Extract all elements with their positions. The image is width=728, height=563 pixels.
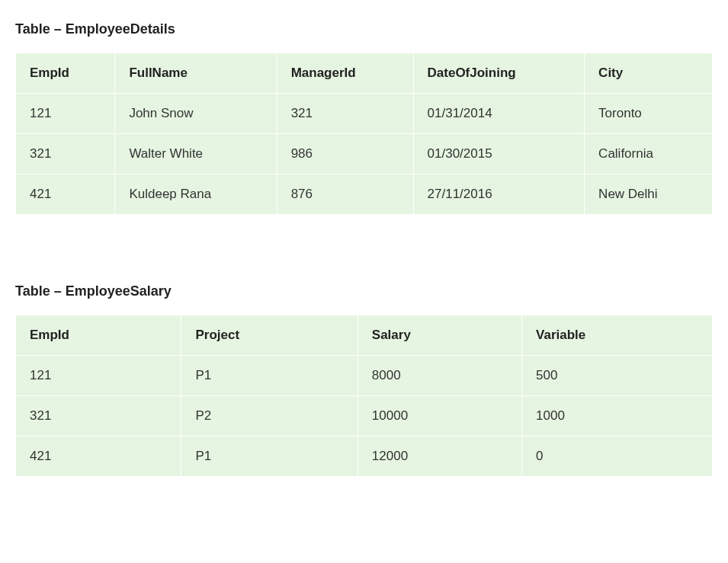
table-row: 421 P1 12000 0 — [16, 437, 713, 477]
column-header: City — [585, 53, 713, 94]
column-header: Salary — [358, 315, 521, 356]
table-cell: Toronto — [585, 94, 713, 134]
table-cell: 321 — [16, 134, 115, 174]
table-cell: 421 — [16, 437, 181, 477]
column-header: Variable — [522, 315, 713, 356]
table-title-employeesalary: Table – EmployeeSalary — [15, 283, 713, 299]
table-cell: 876 — [277, 174, 413, 215]
table-cell: 01/30/2015 — [413, 134, 585, 174]
table-cell: 1000 — [522, 396, 713, 437]
table-cell: 321 — [277, 94, 413, 134]
column-header: EmpId — [16, 53, 115, 94]
column-header: EmpId — [16, 315, 181, 356]
table-row: 321 Walter White 986 01/30/2015 Californ… — [16, 134, 713, 174]
table-cell: P2 — [181, 396, 358, 437]
table-cell: California — [585, 134, 713, 174]
table-cell: 121 — [16, 356, 181, 396]
table-cell: 12000 — [358, 437, 521, 477]
table-cell: 27/11/2016 — [413, 174, 585, 215]
table-row: 321 P2 10000 1000 — [16, 396, 713, 437]
table-cell: 986 — [277, 134, 413, 174]
table-header-row: EmpId Project Salary Variable — [16, 315, 713, 356]
table-cell: 500 — [522, 356, 713, 396]
table-cell: New Delhi — [585, 174, 713, 215]
table-cell: P1 — [181, 437, 358, 477]
table-cell: 121 — [16, 94, 115, 134]
table-cell: Walter White — [115, 134, 277, 174]
table-employeedetails: EmpId FullName ManagerId DateOfJoining C… — [15, 53, 713, 215]
table-cell: 421 — [16, 174, 115, 215]
table-cell: 321 — [16, 396, 181, 437]
table-header-row: EmpId FullName ManagerId DateOfJoining C… — [16, 53, 713, 94]
table-cell: Kuldeep Rana — [115, 174, 277, 215]
table-cell: 01/31/2014 — [413, 94, 585, 134]
column-header: FullName — [115, 53, 277, 94]
table-cell: 8000 — [358, 356, 521, 396]
table-cell: 10000 — [358, 396, 521, 437]
column-header: DateOfJoining — [413, 53, 585, 94]
table-title-employeedetails: Table – EmployeeDetails — [15, 21, 713, 37]
table-row: 121 John Snow 321 01/31/2014 Toronto — [16, 94, 713, 134]
table-cell: P1 — [181, 356, 358, 396]
table-employeesalary: EmpId Project Salary Variable 121 P1 800… — [15, 315, 713, 477]
table-row: 121 P1 8000 500 — [16, 356, 713, 396]
table-row: 421 Kuldeep Rana 876 27/11/2016 New Delh… — [16, 174, 713, 215]
column-header: Project — [181, 315, 358, 356]
table-cell: John Snow — [115, 94, 277, 134]
column-header: ManagerId — [277, 53, 413, 94]
table-cell: 0 — [522, 437, 713, 477]
